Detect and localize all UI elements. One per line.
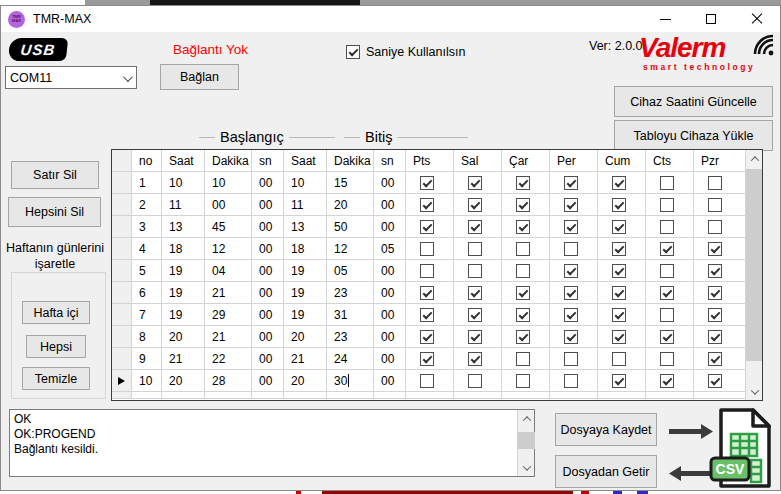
day-checkbox[interactable] xyxy=(612,352,626,366)
cell-start-minute[interactable]: 21 xyxy=(205,282,252,304)
grid-scrollbar-thumb[interactable] xyxy=(746,169,763,361)
day-checkbox[interactable] xyxy=(660,176,674,190)
scroll-down-icon[interactable] xyxy=(746,383,763,400)
row-header[interactable] xyxy=(112,326,132,348)
cell-end-minute[interactable]: 20 xyxy=(327,194,374,216)
column-header-dakika[interactable]: Dakika xyxy=(205,150,252,172)
com-port-select[interactable]: COM11 xyxy=(5,66,137,89)
day-checkbox[interactable] xyxy=(516,308,530,322)
day-checkbox[interactable] xyxy=(612,286,626,300)
cell-no[interactable]: 8 xyxy=(132,326,162,348)
cell-start-minute[interactable]: 22 xyxy=(205,348,252,370)
cell-end-second[interactable]: 00 xyxy=(374,304,406,326)
cell-day-cts[interactable] xyxy=(646,370,694,392)
day-checkbox[interactable] xyxy=(564,308,578,322)
log-scroll-up-icon[interactable] xyxy=(518,410,535,427)
cell-end-second[interactable]: 05 xyxy=(374,238,406,260)
day-checkbox[interactable] xyxy=(420,242,434,256)
day-checkbox[interactable] xyxy=(420,374,434,388)
cell-day-çar[interactable] xyxy=(502,260,550,282)
cell-end-hour[interactable]: 19 xyxy=(284,282,327,304)
cell-start-hour[interactable]: 11 xyxy=(162,194,205,216)
day-checkbox[interactable] xyxy=(420,264,434,278)
cell-day-per[interactable] xyxy=(550,194,598,216)
day-checkbox[interactable] xyxy=(516,330,530,344)
cell-start-hour[interactable]: 20 xyxy=(162,326,205,348)
cell-day-pts[interactable] xyxy=(406,370,454,392)
cell-end-hour[interactable]: 20 xyxy=(284,370,327,392)
cell-start-minute[interactable]: 29 xyxy=(205,304,252,326)
day-checkbox[interactable] xyxy=(564,198,578,212)
cell-no[interactable]: 6 xyxy=(132,282,162,304)
cell-start-second[interactable]: 00 xyxy=(252,326,284,348)
day-checkbox[interactable] xyxy=(516,198,530,212)
day-checkbox[interactable] xyxy=(708,198,722,212)
cell-start-hour[interactable]: 20 xyxy=(162,370,205,392)
day-checkbox[interactable] xyxy=(708,264,722,278)
cell-day-sal[interactable] xyxy=(454,370,502,392)
day-checkbox[interactable] xyxy=(516,176,530,190)
cell-day-çar[interactable] xyxy=(502,172,550,194)
cell-end-hour[interactable]: 19 xyxy=(284,304,327,326)
close-button[interactable] xyxy=(734,6,780,32)
cell-start-hour[interactable]: 18 xyxy=(162,238,205,260)
cell-end-minute[interactable]: 23 xyxy=(327,326,374,348)
day-checkbox[interactable] xyxy=(612,308,626,322)
cell-no[interactable]: 10 xyxy=(132,370,162,392)
cell-end-minute[interactable]: 12 xyxy=(327,238,374,260)
cell-day-çar[interactable] xyxy=(502,238,550,260)
cell-end-hour[interactable]: 11 xyxy=(284,194,327,216)
day-checkbox[interactable] xyxy=(660,374,674,388)
log-scroll-down-icon[interactable] xyxy=(518,459,535,476)
cell-end-minute[interactable]: 15 xyxy=(327,172,374,194)
cell-start-second[interactable]: 00 xyxy=(252,216,284,238)
cell-start-hour[interactable]: 19 xyxy=(162,260,205,282)
column-header-pts[interactable]: Pts xyxy=(406,150,454,172)
day-checkbox[interactable] xyxy=(612,264,626,278)
cell-day-sal[interactable] xyxy=(454,326,502,348)
cell-day-sal[interactable] xyxy=(454,260,502,282)
cell-start-hour[interactable]: 21 xyxy=(162,348,205,370)
cell-start-second[interactable]: 00 xyxy=(252,238,284,260)
cell-day-sal[interactable] xyxy=(454,238,502,260)
day-checkbox[interactable] xyxy=(468,242,482,256)
column-header-sn[interactable]: sn xyxy=(252,150,284,172)
cell-day-per[interactable] xyxy=(550,172,598,194)
cell-start-hour[interactable]: 19 xyxy=(162,304,205,326)
day-checkbox[interactable] xyxy=(420,198,434,212)
all-days-button[interactable]: Hepsi xyxy=(26,335,86,358)
cell-day-cts[interactable] xyxy=(646,304,694,326)
cell-no[interactable]: 3 xyxy=(132,216,162,238)
column-header-saat[interactable]: Saat xyxy=(162,150,205,172)
cell-day-per[interactable] xyxy=(550,370,598,392)
clear-days-button[interactable]: Temizle xyxy=(22,367,90,390)
cell-end-second[interactable]: 00 xyxy=(374,216,406,238)
grid-scrollbar[interactable] xyxy=(745,150,762,400)
cell-end-second[interactable]: 00 xyxy=(374,370,406,392)
cell-end-minute[interactable]: 23 xyxy=(327,282,374,304)
cell-start-minute[interactable]: 45 xyxy=(205,216,252,238)
cell-day-per[interactable] xyxy=(550,216,598,238)
day-checkbox[interactable] xyxy=(660,286,674,300)
cell-end-hour[interactable]: 19 xyxy=(284,260,327,282)
day-checkbox[interactable] xyxy=(420,330,434,344)
seconds-checkbox-row[interactable]: Saniye Kullanılsın xyxy=(346,45,465,59)
cell-day-çar[interactable] xyxy=(502,326,550,348)
save-to-file-button[interactable]: Dosyaya Kaydet xyxy=(555,413,657,446)
cell-day-çar[interactable] xyxy=(502,348,550,370)
cell-end-hour[interactable]: 10 xyxy=(284,172,327,194)
cell-day-çar[interactable] xyxy=(502,304,550,326)
day-checkbox[interactable] xyxy=(420,176,434,190)
cell-day-pts[interactable] xyxy=(406,172,454,194)
cell-day-pts[interactable] xyxy=(406,348,454,370)
cell-start-minute[interactable]: 04 xyxy=(205,260,252,282)
day-checkbox[interactable] xyxy=(612,220,626,234)
grid-corner-cell[interactable] xyxy=(112,150,132,172)
day-checkbox[interactable] xyxy=(564,242,578,256)
column-header-cts[interactable]: Cts xyxy=(646,150,694,172)
maximize-button[interactable] xyxy=(688,6,734,32)
cell-day-per[interactable] xyxy=(550,282,598,304)
day-checkbox[interactable] xyxy=(564,220,578,234)
column-header-no[interactable]: no xyxy=(132,150,162,172)
cell-end-hour[interactable]: 20 xyxy=(284,326,327,348)
